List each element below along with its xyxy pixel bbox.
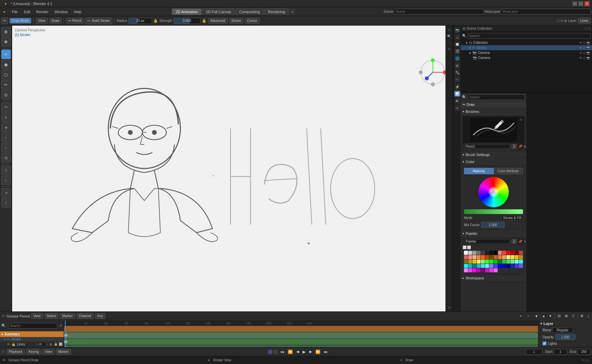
timeline-channel-btn[interactable]: Channel	[76, 313, 94, 319]
palette-color-0[interactable]	[464, 251, 468, 255]
play-btn[interactable]: ▶	[301, 349, 307, 355]
palette-pin-icon[interactable]: 📌	[518, 240, 522, 243]
audio-sync-btn[interactable]	[273, 350, 278, 354]
shaderfx-prop-icon[interactable]: ⊕	[454, 105, 460, 111]
palette-color-52[interactable]	[506, 264, 510, 268]
draw-mode-selector[interactable]: Draw Mode	[9, 18, 31, 24]
strength-s-tool-button[interactable]: ≋	[1, 123, 11, 132]
palette-color-61[interactable]	[485, 268, 489, 272]
palette-color-30[interactable]	[472, 260, 476, 264]
outliner-filter-icon[interactable]: ▽	[585, 27, 587, 30]
camera-data-tree-item[interactable]: 📷 Camera 👁 ⊙ 📷	[461, 55, 592, 60]
sync-btn[interactable]	[268, 350, 273, 354]
palette-color-27[interactable]	[519, 255, 523, 259]
draw-options[interactable]: Draw	[49, 18, 62, 24]
brush-settings-title[interactable]: ▾ Brush Settings ⋮	[461, 151, 526, 158]
palette-color-62[interactable]	[489, 268, 493, 272]
palette-color-48[interactable]	[489, 264, 493, 268]
scene-search-input[interactable]	[394, 9, 484, 14]
palette-color-51[interactable]	[502, 264, 506, 268]
palette-color-25[interactable]	[510, 255, 515, 259]
physics-prop-icon[interactable]: ⚡	[454, 84, 460, 90]
scene-prop-icon[interactable]: 🎬	[454, 48, 460, 54]
menu-file[interactable]: File	[9, 9, 21, 14]
viewport-xray-icon[interactable]: ◈	[564, 19, 567, 23]
brush-settings-menu-icon[interactable]: ⋮	[521, 153, 524, 157]
palette-color-2[interactable]	[472, 251, 476, 255]
tab-2d-full-canvas[interactable]: 2D Full Canvas	[202, 8, 235, 15]
palette-color-20[interactable]	[489, 255, 493, 259]
material-prop-icon[interactable]: ⬟	[454, 98, 460, 104]
draw-tool-button[interactable]: ✏	[1, 50, 11, 59]
palette-color-18[interactable]	[481, 255, 485, 259]
lines-track[interactable]: 👁 🔓 Lines ○ ◐ 🔒	[0, 341, 64, 347]
palette-color-57[interactable]	[468, 268, 472, 272]
render-prop-icon[interactable]: 📷	[454, 27, 460, 33]
minimize-button[interactable]: —	[572, 1, 577, 6]
tab-rendering[interactable]: Rendering	[264, 8, 289, 15]
move-down-icon[interactable]: ▼	[548, 313, 553, 318]
palette-color-7[interactable]	[494, 251, 498, 255]
palette-color-11[interactable]	[510, 251, 515, 255]
zoom-out-icon[interactable]: －	[446, 40, 452, 45]
cam-data-render-icon[interactable]: 📷	[586, 56, 590, 60]
radius-input[interactable]: 20 px	[128, 18, 152, 24]
remove-frame-icon[interactable]: －	[525, 312, 532, 320]
palette-color-40[interactable]	[515, 260, 519, 264]
palette-color-26[interactable]	[515, 255, 519, 259]
palette-color-17[interactable]	[477, 255, 481, 259]
data-prop-icon[interactable]: 📊	[454, 91, 460, 97]
next-keyframe-btn[interactable]: ▶	[308, 349, 313, 355]
properties-search-input[interactable]	[467, 94, 525, 100]
annotate-tool-button[interactable]: ∕	[1, 198, 11, 208]
radius-lock-icon[interactable]: 🔓	[153, 19, 158, 23]
drawing-canvas[interactable]	[12, 26, 453, 311]
timeline-marker-btn[interactable]: Marker	[60, 313, 75, 319]
object-prop-icon[interactable]: ▣	[454, 62, 460, 68]
palette-color-24[interactable]	[506, 255, 510, 259]
move-up-icon[interactable]: ▲	[541, 313, 547, 318]
side-view-icon[interactable]: ⊟	[446, 305, 452, 310]
cam-data-visible-icon[interactable]: 👁	[579, 56, 582, 60]
palette-color-5[interactable]	[485, 251, 489, 255]
menu-render[interactable]: Render	[34, 9, 51, 14]
stroke-render-icon[interactable]: 📷	[586, 46, 590, 50]
menu-window[interactable]: Window	[52, 9, 70, 14]
color-hue-bar[interactable]	[464, 209, 523, 214]
end-frame-input[interactable]: 250	[577, 349, 591, 355]
stroke-visible-icon[interactable]: 👁	[579, 46, 582, 50]
advanced-btn[interactable]: Advanced	[208, 18, 227, 24]
move-tool-button[interactable]: ✥	[1, 37, 11, 47]
material-tab[interactable]: Material	[464, 168, 494, 174]
circle-select-button[interactable]: ○	[1, 176, 11, 185]
palette-color-59[interactable]	[477, 268, 481, 272]
camera-tree-item[interactable]: ▸ 📷 Camera 👁 ⊙ 📷	[461, 50, 592, 55]
brushes-section-title[interactable]: ▾ Brushes	[461, 108, 526, 115]
viewlayer-search-input[interactable]	[501, 9, 591, 14]
playback-marker-btn[interactable]: Marker	[56, 349, 71, 355]
box-select-button[interactable]: □	[1, 165, 11, 175]
palette-delete-icon[interactable]: ✕	[524, 240, 526, 243]
timeline-numbers[interactable]: 0 20 40 60 80 100 120 140 160 180 200 22…	[64, 320, 538, 347]
keying-btn[interactable]: Keying	[26, 349, 41, 355]
next-frame-btn[interactable]: ⏩	[314, 349, 321, 355]
palette-color-43[interactable]	[468, 264, 472, 268]
cut-tool-button[interactable]: ✂	[1, 80, 11, 89]
palette-color-36[interactable]	[498, 260, 502, 264]
palette-color-12[interactable]	[515, 251, 519, 255]
lights-checkbox[interactable]	[542, 341, 547, 345]
summary-track[interactable]: ▾ Summary	[0, 331, 64, 337]
palette-color-10[interactable]	[506, 251, 510, 255]
erase-tool-button[interactable]: ◻	[1, 70, 11, 79]
close-button[interactable]: ✕	[585, 1, 589, 6]
palette-color-55[interactable]	[519, 264, 523, 268]
keyframe-fills-1[interactable]	[64, 346, 68, 347]
outliner-search-input[interactable]	[467, 33, 591, 39]
outliner-sort-icon[interactable]: ≡	[588, 27, 590, 30]
palette-color-15[interactable]	[468, 255, 472, 259]
pencil-selector[interactable]: ✏ Pencil	[66, 18, 84, 24]
palette-color-22[interactable]	[498, 255, 502, 259]
view-options[interactable]: View	[36, 18, 48, 24]
palette-color-39[interactable]	[510, 260, 515, 264]
palette-name-input[interactable]	[464, 239, 510, 244]
